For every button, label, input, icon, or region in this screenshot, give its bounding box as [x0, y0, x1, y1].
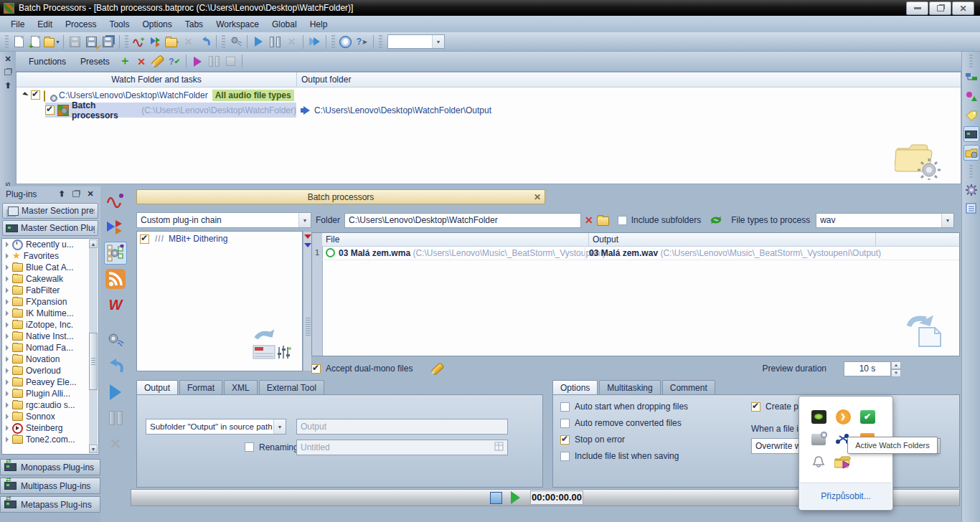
functions-menu-button[interactable]: Functions	[22, 54, 73, 70]
include-file-list-checkbox[interactable]	[560, 452, 570, 461]
customize-link[interactable]: Přizpůsobit...	[821, 491, 870, 501]
drag-handle-icon[interactable]: ///	[155, 234, 164, 244]
tab-options[interactable]: Options	[552, 380, 598, 394]
column-watch-folder-tasks[interactable]: Watch Folder and tasks	[17, 72, 297, 87]
preview-duration-value[interactable]: 10 s	[844, 361, 891, 376]
tree-item-steinberg[interactable]: Steinberg	[2, 422, 98, 434]
chain-preset-combobox[interactable]: Custom plug-in chain ▼	[136, 212, 311, 228]
rename-editor-icon[interactable]	[494, 442, 504, 453]
tree-item-vendor[interactable]: Overloud	[2, 365, 98, 376]
pause-tool-icon[interactable]	[104, 407, 127, 430]
tree-item-vendor[interactable]: rgc:audio s...	[2, 399, 98, 411]
menu-edit[interactable]: Edit	[31, 17, 59, 32]
remove-plugin-icon[interactable]	[304, 234, 311, 239]
monopass-plugins-button[interactable]: Monopass Plug-ins	[0, 459, 100, 475]
tree-item-vendor[interactable]: Nomad Fa...	[2, 342, 98, 353]
expand-icon[interactable]	[22, 92, 28, 98]
menu-global[interactable]: Global	[265, 17, 303, 32]
menu-tabs[interactable]: Tabs	[179, 17, 209, 32]
scrollbar-thumb[interactable]	[306, 318, 311, 336]
toolbar-grip[interactable]	[5, 35, 9, 48]
undo-button[interactable]	[197, 34, 213, 49]
folder-path-field[interactable]: C:\Users\Lenovo\Desktop\WatchFolder	[344, 213, 581, 228]
stop-on-error-checkbox[interactable]	[560, 435, 570, 445]
chevron-down-icon[interactable]: ▼	[298, 213, 311, 227]
chevron-down-icon[interactable]: ▼	[273, 419, 286, 434]
new-from-template-button[interactable]	[27, 34, 44, 49]
panel-float-icon[interactable]	[3, 68, 13, 77]
auto-start-checkbox[interactable]	[560, 402, 570, 412]
batch-window-titlebar[interactable]: Batch processors ✕	[136, 189, 545, 204]
tag-icon[interactable]	[963, 108, 979, 123]
batch-task-row[interactable]: Batch processors (C:\Users\Lenovo\Deskto…	[17, 103, 961, 118]
toolbar-grip[interactable]	[331, 35, 335, 48]
browse-folder-icon[interactable]	[597, 217, 609, 226]
save-button[interactable]	[67, 34, 83, 49]
play-selection-button[interactable]	[306, 34, 323, 49]
column-file[interactable]: File	[322, 233, 589, 246]
podcast-tool-icon[interactable]	[104, 267, 127, 290]
batch-processor-tool-icon[interactable]	[104, 242, 127, 265]
master-section-plugins-button[interactable]: Master Section Plug...	[2, 220, 98, 236]
master-section-icon[interactable]	[963, 126, 979, 142]
log-icon[interactable]	[963, 201, 979, 217]
audio-montage-tool-icon[interactable]	[104, 216, 127, 239]
tree-item-vendor[interactable]: Plugin Alli...	[2, 388, 98, 399]
multipass-plugins-button[interactable]: Multipass Plug-ins	[0, 478, 100, 494]
watch-folders-icon[interactable]	[963, 145, 979, 161]
refresh-icon[interactable]	[710, 214, 722, 226]
audio-config-button[interactable]	[227, 34, 244, 49]
menu-tools[interactable]: Tools	[103, 17, 136, 32]
tree-item-recently-used[interactable]: Recently u...	[2, 239, 98, 250]
stop-watch-button[interactable]	[222, 54, 239, 70]
tree-item-favorites[interactable]: ★Favorites	[2, 250, 98, 262]
antivirus-tray-icon[interactable]: ✔	[860, 410, 875, 424]
master-section-presets-button[interactable]: Master Section pres...	[2, 203, 98, 219]
file-types-combobox[interactable]: wav ▼	[816, 213, 954, 228]
gear-icon[interactable]	[963, 182, 979, 198]
tab-output[interactable]: Output	[136, 380, 178, 394]
add-wave-button[interactable]: +	[131, 34, 147, 49]
tree-item-vendor[interactable]: FabFilter	[2, 285, 98, 296]
presets-menu-button[interactable]: Presets	[73, 54, 117, 70]
wrench-icon[interactable]	[431, 362, 445, 376]
batch-window-close-icon[interactable]: ✕	[530, 192, 545, 202]
speaker-config-icon[interactable]	[104, 329, 127, 352]
tree-item-vendor[interactable]: Blue Cat A...	[2, 262, 98, 273]
toolbar-grip[interactable]	[379, 35, 382, 48]
auto-remove-checkbox[interactable]	[560, 419, 570, 428]
restore-button[interactable]	[929, 1, 951, 15]
panel-close-icon[interactable]: ✕	[85, 189, 95, 199]
output-location-combobox[interactable]: Subfolder "Output" in source path ▼	[146, 419, 286, 435]
remove-watch-folder-button[interactable]: ✕	[133, 54, 150, 70]
watch-folders-tray-icon[interactable]	[834, 455, 852, 471]
spin-up-icon[interactable]: ▲	[891, 361, 901, 369]
tab-external-tool[interactable]: External Tool	[259, 380, 324, 394]
edit-tasks-button[interactable]	[150, 54, 166, 70]
accept-dual-mono-checkbox[interactable]	[311, 364, 321, 374]
panel-close-icon[interactable]: ✕	[3, 54, 13, 64]
menu-options[interactable]: Options	[136, 17, 178, 32]
output-subfolder-field[interactable]: Output	[296, 419, 508, 435]
add-watch-folder-button[interactable]: ＋	[117, 54, 133, 70]
scrollbar-thumb[interactable]	[89, 333, 98, 390]
batch-task-checkbox[interactable]	[45, 105, 55, 115]
panel-float-icon[interactable]	[71, 190, 81, 199]
menu-help[interactable]: Help	[303, 17, 334, 32]
add-folder-button[interactable]: +	[164, 34, 180, 49]
create-preview-checkbox[interactable]	[751, 402, 760, 412]
renaming-checkbox[interactable]	[245, 442, 254, 452]
notification-bell-icon[interactable]	[811, 455, 826, 471]
file-row[interactable]: 03 Malá zem.wma (C:\Users\Lenovo\Music\_…	[322, 246, 959, 260]
wavelab-logo-icon[interactable]: W	[104, 293, 127, 316]
preview-duration-stepper[interactable]: ▲▼	[891, 361, 901, 376]
scroll-down-icon[interactable]: ▼	[89, 445, 98, 453]
add-montage-button[interactable]	[147, 34, 164, 49]
close-tool-icon[interactable]: ✕	[104, 432, 127, 455]
transport-stop-button[interactable]	[490, 492, 502, 504]
toolbar-grip[interactable]	[969, 165, 973, 178]
watch-folder-row[interactable]: C:\Users\Lenovo\Desktop\WatchFolder All …	[17, 87, 961, 103]
minimize-button[interactable]	[906, 1, 928, 15]
tree-item-vendor[interactable]: Tone2.com...	[2, 434, 98, 445]
pause-button[interactable]	[267, 34, 283, 49]
